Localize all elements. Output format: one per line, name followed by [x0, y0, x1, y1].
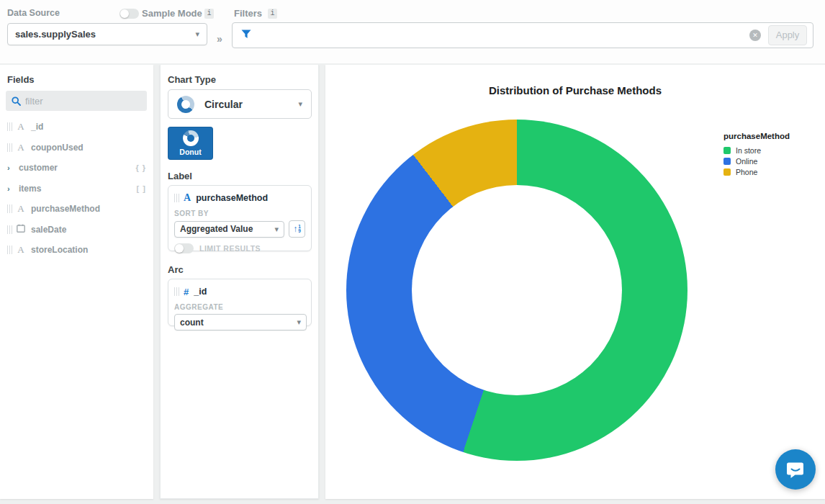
chevron-down-icon: ▾ — [195, 30, 199, 39]
circular-chart-icon — [177, 96, 194, 113]
string-type-icon: A — [184, 192, 191, 204]
label-field-chip[interactable]: A purchaseMethod — [174, 191, 305, 205]
chat-launcher-button[interactable] — [775, 449, 816, 490]
legend-label: Online — [736, 157, 757, 166]
fields-panel: Fields A _id A couponUsed › customer { } — [0, 65, 153, 499]
sort-arrow-icon: ↑ — [293, 224, 297, 234]
drag-handle-icon — [7, 246, 12, 254]
string-type-icon: A — [17, 121, 25, 132]
legend-swatch-online — [723, 158, 731, 165]
arc-field-name: _id — [194, 287, 207, 297]
donut-chart — [346, 120, 688, 461]
expand-chevron-icon[interactable]: › — [7, 184, 13, 193]
legend-title: purchaseMethod — [723, 132, 790, 140]
funnel-icon — [241, 29, 251, 42]
field-name: _id — [31, 122, 43, 132]
chevron-down-icon: ▾ — [275, 225, 279, 234]
drag-handle-icon — [7, 204, 12, 213]
chart-builder-app: Data Source Sample Mode i Filters i sale… — [0, 0, 825, 504]
chart-preview-panel: Distribution of Purchase Methods purchas… — [325, 65, 825, 499]
legend-label: Phone — [736, 168, 757, 176]
donut-subtype-button[interactable]: Donut — [168, 127, 213, 160]
chat-bubble-icon — [786, 460, 805, 479]
chart-type-value: Circular — [204, 99, 298, 110]
drag-handle-icon — [7, 122, 12, 131]
collapse-panel-button[interactable]: » — [217, 33, 222, 45]
arc-encoding-card: # _id AGGREGATE count ▾ — [168, 279, 312, 326]
topbar: Data Source Sample Mode i Filters i sale… — [0, 0, 825, 63]
sample-mode-toggle[interactable] — [120, 9, 139, 19]
field-name: items — [19, 184, 41, 194]
field-row-storelocation[interactable]: A storeLocation — [0, 240, 153, 261]
field-search-box[interactable] — [6, 91, 147, 111]
legend-swatch-in-store — [723, 147, 731, 154]
apply-button[interactable]: Apply — [768, 25, 807, 45]
field-row-couponused[interactable]: A couponUsed — [0, 138, 153, 158]
limit-results-label: LIMIT RESULTS — [199, 244, 261, 253]
legend-item: Online — [723, 156, 790, 166]
field-row-saledate[interactable]: saleDate — [0, 220, 153, 240]
field-row-customer[interactable]: › customer { } — [0, 158, 153, 179]
filter-bar[interactable]: ✕ Apply — [232, 22, 813, 48]
object-type-badge: { } — [135, 163, 146, 172]
field-name: storeLocation — [31, 245, 88, 255]
fields-title: Fields — [7, 74, 35, 85]
string-type-icon: A — [17, 142, 25, 153]
chart-type-label: Chart Type — [168, 74, 216, 85]
legend-swatch-phone — [723, 168, 731, 176]
expand-chevron-icon[interactable]: › — [7, 163, 13, 172]
chart-type-select[interactable]: Circular ▾ — [168, 89, 312, 119]
field-row-purchasemethod[interactable]: A purchaseMethod — [0, 199, 153, 220]
chevron-down-icon: ▾ — [297, 318, 301, 327]
label-encoding-card: A purchaseMethod SORT BY Aggregated Valu… — [168, 185, 312, 251]
sort-by-value: Aggregated Value — [180, 224, 275, 234]
label-section-title: Label — [168, 171, 192, 181]
label-field-name: purchaseMethod — [196, 193, 268, 203]
sort-numeric-icon: 19 — [298, 225, 301, 234]
toggle-knob — [120, 9, 129, 18]
data-source-value: sales.supplySales — [15, 29, 195, 40]
filters-info-icon[interactable]: i — [268, 9, 277, 19]
toggle-knob — [175, 244, 184, 253]
sort-by-label: SORT BY — [174, 210, 305, 217]
drag-handle-icon — [174, 287, 179, 296]
legend-item: Phone — [723, 166, 790, 177]
encoding-panel: Chart Type Circular ▾ Donut Label A purc… — [160, 65, 319, 499]
limit-results-toggle[interactable] — [174, 243, 194, 253]
array-type-badge: [ ] — [137, 184, 146, 193]
drag-handle-icon — [7, 143, 12, 152]
aggregate-select[interactable]: count ▾ — [174, 314, 307, 330]
legend-label: In store — [736, 146, 761, 155]
arc-field-chip[interactable]: # _id — [174, 284, 305, 299]
chart-legend: purchaseMethod In store Online Phone — [723, 132, 790, 177]
sort-by-select[interactable]: Aggregated Value ▾ — [174, 221, 284, 238]
field-filter-input[interactable] — [25, 96, 126, 107]
string-type-icon: A — [17, 203, 25, 215]
drag-handle-icon — [7, 225, 12, 234]
drag-handle-icon — [174, 194, 179, 202]
sample-mode-label: Sample Mode — [142, 8, 202, 19]
search-icon — [12, 96, 21, 106]
date-type-icon — [17, 224, 25, 235]
clear-filter-button[interactable]: ✕ — [749, 30, 761, 41]
data-source-select[interactable]: sales.supplySales ▾ — [7, 23, 207, 45]
sort-direction-button[interactable]: ↑ 19 — [289, 220, 305, 238]
field-name: couponUsed — [31, 143, 84, 153]
filter-input[interactable] — [256, 30, 749, 41]
number-type-icon: # — [184, 287, 189, 297]
legend-item: In store — [723, 145, 790, 156]
field-name: saleDate — [31, 225, 66, 235]
field-row-items[interactable]: › items [ ] — [0, 179, 153, 199]
field-list: A _id A couponUsed › customer { } › item… — [0, 117, 153, 261]
aggregate-value: count — [180, 318, 297, 328]
arc-section-title: Arc — [168, 264, 184, 275]
chevron-down-icon: ▾ — [298, 99, 302, 109]
string-type-icon: A — [17, 244, 25, 256]
data-source-label: Data Source — [7, 8, 60, 18]
field-name: customer — [19, 163, 58, 173]
donut-subtype-label: Donut — [179, 148, 201, 156]
sample-mode-info-icon[interactable]: i — [204, 9, 214, 19]
chart-title: Distribution of Purchase Methods — [325, 84, 825, 96]
field-row-id[interactable]: A _id — [0, 117, 153, 138]
filters-label: Filters — [234, 8, 262, 19]
